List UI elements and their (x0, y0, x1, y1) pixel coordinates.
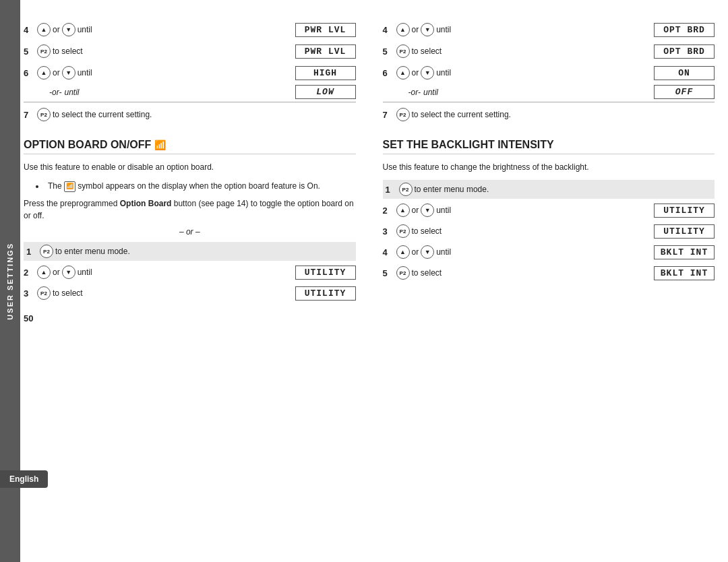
step-num: 5 (24, 46, 34, 57)
step-num: 2 (383, 206, 394, 216)
step-num: 6 (24, 68, 34, 78)
top-left-step-4: 4 or until PWR LVL (24, 20, 356, 39)
backlight-desc: Use this feature to change the brightnes… (383, 161, 715, 173)
p2-icon: P2 (399, 183, 413, 196)
left-step-1: 1 P2 to enter menu mode. (24, 242, 356, 261)
step-desc: P2 to select (396, 224, 655, 238)
step-desc: P2 to select the current setting. (396, 108, 715, 121)
display-bklt-int-4: BKLT INT (654, 245, 715, 259)
step-desc: or until (396, 245, 655, 259)
display-low: LOW (295, 85, 356, 99)
arrow-down-icon (62, 266, 75, 279)
step-num: 7 (24, 110, 34, 120)
top-steps: 4 or until PWR LVL 5 P2 to select PWR LV… (24, 20, 715, 127)
step-num: 4 (383, 25, 394, 35)
step-num: 1 (26, 247, 37, 257)
top-left-steps: 4 or until PWR LVL 5 P2 to select PWR LV… (24, 20, 356, 127)
separator (383, 102, 715, 102)
arrow-up-icon (396, 245, 410, 259)
option-board-bullet: The 📶 symbol appears on the display when… (45, 180, 356, 192)
backlight-section: SET THE BACKLIGHT INTENSITY Use this fea… (383, 139, 715, 323)
p2-icon: P2 (37, 44, 51, 58)
top-left-step-6: 6 or until HIGH (24, 63, 356, 82)
separator (24, 102, 356, 102)
step-desc: or until (37, 266, 295, 279)
step-num: 1 (386, 185, 396, 195)
step-desc: P2 to select (37, 44, 295, 58)
right-step-3: 3 P2 to select UTILITY (383, 222, 715, 241)
sections: OPTION BOARD ON/OFF 📶 Use this feature t… (24, 139, 715, 323)
step-num: 3 (383, 226, 394, 237)
display-pwr-lvl-4: PWR LVL (295, 23, 356, 37)
top-right-step-6-or: -or- until OFF (383, 85, 715, 99)
display-bklt-int-5: BKLT INT (654, 266, 715, 280)
option-board-desc: Use this feature to enable or disable an… (24, 161, 356, 173)
step-desc: P2 to select the current setting. (37, 108, 356, 121)
step-desc: P2 to enter menu mode. (40, 245, 353, 258)
press-text: Press the preprogrammed Option Board but… (24, 197, 356, 222)
step-desc: P2 to select (396, 266, 655, 280)
p2-icon: P2 (396, 266, 410, 280)
arrow-down-icon (421, 23, 434, 36)
left-step-2: 2 or until UTILITY (24, 263, 356, 282)
display-opt-brd-5: OPT BRD (654, 44, 715, 59)
backlight-title: SET THE BACKLIGHT INTENSITY (383, 139, 715, 154)
step-num: 5 (383, 268, 394, 278)
arrow-down-icon (62, 66, 75, 80)
top-right-step-5: 5 P2 to select OPT BRD (383, 42, 715, 61)
step-num: 7 (383, 110, 394, 120)
option-board-section: OPTION BOARD ON/OFF 📶 Use this feature t… (24, 139, 356, 323)
step-desc: P2 to enter menu mode. (399, 183, 712, 196)
p2-icon: P2 (396, 108, 410, 121)
display-opt-brd-4: OPT BRD (654, 23, 715, 37)
page-number: 50 (24, 313, 356, 323)
arrow-down-icon (421, 66, 434, 80)
top-right-step-7: 7 P2 to select the current setting. (383, 105, 715, 124)
step-desc: or until (37, 23, 295, 36)
right-step-1: 1 P2 to enter menu mode. (383, 180, 715, 199)
arrow-up-icon (396, 23, 410, 36)
step-desc: or until (396, 204, 655, 217)
arrow-down-icon (62, 23, 75, 36)
right-step-4: 4 or until BKLT INT (383, 243, 715, 261)
left-steps-list: 1 P2 to enter menu mode. 2 or until (24, 242, 356, 303)
sidebar-label: USER SETTINGS (6, 243, 14, 320)
option-symbol: 📶 (64, 181, 75, 192)
step-desc: or until (37, 66, 295, 80)
step-num: 6 (383, 68, 394, 78)
display-off: OFF (654, 85, 715, 99)
step-desc: or until (396, 66, 655, 80)
p2-icon: P2 (396, 224, 410, 238)
top-right-step-4: 4 or until OPT BRD (383, 20, 715, 39)
display-utility-r3: UTILITY (654, 224, 715, 239)
step-num: 4 (383, 247, 394, 257)
step-num: 4 (24, 25, 34, 35)
arrow-down-icon (421, 245, 434, 259)
display-pwr-lvl-5: PWR LVL (295, 44, 356, 59)
step-num: 5 (383, 46, 394, 57)
top-left-step-6-or: -or- until LOW (24, 85, 356, 99)
left-step-3: 3 P2 to select UTILITY (24, 284, 356, 303)
arrow-up-icon (396, 66, 410, 80)
right-step-5: 5 P2 to select BKLT INT (383, 263, 715, 282)
top-left-step-7: 7 P2 to select the current setting. (24, 105, 356, 124)
display-on: ON (654, 66, 715, 80)
p2-icon: P2 (37, 286, 51, 300)
step-desc: or until (396, 23, 655, 36)
p2-icon: P2 (37, 108, 51, 121)
step-num: 3 (24, 288, 34, 299)
top-left-step-5: 5 P2 to select PWR LVL (24, 42, 356, 61)
or-text: – or – (24, 227, 356, 237)
p2-icon: P2 (396, 44, 410, 58)
p2-icon: P2 (40, 245, 53, 258)
display-utility-r2: UTILITY (654, 204, 715, 218)
arrow-up-icon (37, 266, 51, 279)
arrow-up-icon (37, 23, 51, 36)
step-num: 2 (24, 268, 34, 278)
display-utility-2: UTILITY (295, 266, 356, 280)
arrow-up-icon (37, 66, 51, 80)
top-right-step-6: 6 or until ON (383, 63, 715, 82)
step-desc: P2 to select (396, 44, 655, 58)
main-content: 4 or until PWR LVL 5 P2 to select PWR LV… (24, 20, 715, 522)
display-high: HIGH (295, 66, 356, 80)
